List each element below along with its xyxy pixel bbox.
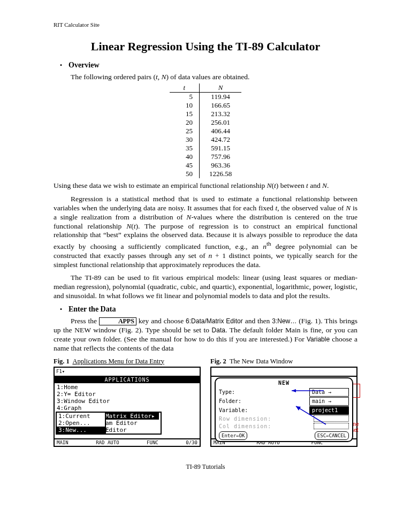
fig2-caption: The New Data Window	[230, 358, 293, 365]
esc-cancel-button[interactable]: ESC=CANCEL	[315, 431, 349, 440]
dialog-type-label: Type:	[219, 389, 235, 396]
overview-intro: The following ordered pairs (t, N) of da…	[71, 73, 357, 81]
enter-data-para: Press the APPS key and choose 6:Data/Mat…	[54, 317, 357, 353]
dialog-coldim-label: Col dimension:	[219, 423, 271, 430]
table-row: 25406.44	[170, 127, 241, 135]
calc-tabbar-2	[211, 368, 356, 377]
table-row: 35591.15	[170, 144, 241, 153]
svg-marker-1	[292, 389, 296, 392]
table-row: 10166.65	[170, 101, 241, 110]
table-header-N: N	[199, 83, 241, 93]
arrow-icon	[292, 388, 324, 393]
dialog-folder-label: Folder:	[219, 398, 241, 405]
figure-2: Fig. 2 The New Data Window NEW Type: Dat…	[210, 358, 357, 447]
table-row: 45963.36	[170, 161, 241, 170]
table-row: 15213.32	[170, 110, 241, 118]
table-row: 20256.01	[170, 118, 241, 127]
dialog-rowdim-label: Row dimension:	[219, 415, 271, 423]
new-dialog: NEW Type: Data → Folder: main → Variable…	[215, 377, 353, 442]
calc-submenu: 1:Current2:Open...3:New...	[56, 412, 106, 435]
calc-tabbar: F1▾	[55, 368, 200, 377]
table-row: 501226.58	[170, 170, 241, 178]
calc-overlap-menu: Matrix Editor▸am EditorEditor	[104, 412, 162, 435]
calc-title-applications: APPLICATIONS	[55, 377, 200, 383]
overview-after-table: Using these data we wish to estimate an …	[54, 181, 357, 191]
table-row: 30424.72	[170, 135, 241, 144]
section-overview: • Overview	[54, 61, 357, 70]
site-header: RIT Calculator Site	[54, 21, 357, 28]
section-enter-data: • Enter the Data	[54, 305, 357, 314]
enter-ok-button[interactable]: Enter=OK	[219, 431, 247, 440]
overview-para3: The TI-89 can be used to fit various emp…	[54, 273, 357, 301]
overview-para2: Regression is a statistical method that …	[54, 195, 357, 270]
dialog-title: NEW	[219, 379, 349, 387]
figure-1: Fig. 1 Applications Menu for Data Entry …	[54, 358, 201, 447]
section-heading-enter: Enter the Data	[68, 305, 116, 314]
bullet-icon: •	[54, 305, 68, 314]
table-row: 40757.96	[170, 153, 241, 161]
page-title: Linear Regression Using the TI-89 Calcul…	[54, 40, 357, 54]
dialog-var-label: Variable:	[219, 407, 248, 414]
table-row: 5119.94	[170, 93, 241, 102]
page-footer: TI-89 Tutorials	[54, 463, 357, 471]
section-heading-overview: Overview	[68, 61, 100, 70]
data-table: t N 5119.9410166.6515213.3220256.0125406…	[170, 83, 241, 178]
calc-status-bar: MAIN RAD AUTO FUNC 0/30	[55, 438, 200, 446]
calc-screen-1: F1▾ APPLICATIONS 1:Home 2:Y= Editor 3:Wi…	[54, 367, 201, 447]
apps-key: APPS	[99, 317, 136, 325]
calc-screen-2: NEW Type: Data → Folder: main → Variable…	[210, 367, 357, 447]
fig1-caption: Applications Menu for Data Entry	[72, 358, 164, 365]
arrow-icon	[296, 406, 326, 425]
fig1-label: Fig. 1	[54, 358, 70, 365]
bullet-icon: •	[54, 61, 68, 70]
fig2-label: Fig. 2	[210, 358, 226, 365]
table-header-t: t	[170, 83, 200, 93]
svg-line-2	[296, 406, 326, 424]
dialog-folder-value[interactable]: main →	[309, 397, 349, 406]
